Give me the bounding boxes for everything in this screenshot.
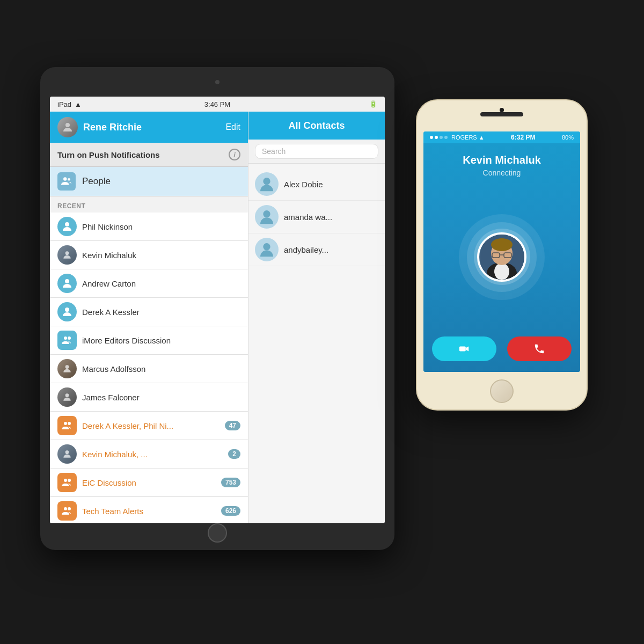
- unread-badge: 753: [221, 478, 240, 487]
- contact-list[interactable]: Phil Nickinson Kevin Michaluk: [50, 213, 248, 523]
- iphone-wifi-icon: ▲: [479, 134, 485, 141]
- list-item[interactable]: Derek A Kessler: [50, 298, 248, 326]
- list-item[interactable]: Phil Nickinson: [50, 213, 248, 241]
- list-item[interactable]: Kevin Michaluk: [50, 241, 248, 269]
- video-button[interactable]: [432, 336, 496, 361]
- contact-name: Andrew Carton: [82, 279, 240, 288]
- svg-point-4: [65, 251, 69, 255]
- person-icon: [62, 363, 72, 374]
- iphone-time: 6:32 PM: [511, 134, 535, 141]
- list-item[interactable]: andybailey...: [248, 233, 385, 266]
- call-avatar-photo: [479, 235, 524, 280]
- svg-point-19: [263, 210, 270, 217]
- group-icon: [61, 504, 74, 517]
- right-pane: All Contacts Search: [248, 112, 385, 523]
- sidebar-header: Rene Ritchie Edit: [50, 112, 248, 143]
- iphone-home-button[interactable]: [490, 379, 514, 403]
- iphone-speaker: [480, 112, 523, 116]
- list-item[interactable]: Alex Dobie: [248, 168, 385, 201]
- person-icon: [62, 449, 72, 459]
- person-icon: [258, 208, 275, 225]
- contact-name: Tech Team Alerts: [82, 507, 216, 516]
- people-icon-svg: [61, 175, 72, 187]
- list-item[interactable]: Marcus Adolfsson: [50, 355, 248, 383]
- signal-dot-2: [435, 136, 438, 139]
- svg-point-25: [491, 238, 513, 251]
- contact-name: iMore Editors Discussion: [82, 336, 240, 345]
- svg-point-6: [65, 308, 69, 312]
- signal-dot-4: [444, 136, 448, 139]
- people-item[interactable]: People: [50, 167, 248, 196]
- svg-point-2: [68, 178, 70, 181]
- contact-name: Marcus Adolfsson: [82, 364, 240, 374]
- hangup-button[interactable]: [507, 336, 572, 361]
- contact-name: Kevin Michaluk, ...: [82, 450, 223, 459]
- list-item[interactable]: EiC Discussion 753: [50, 469, 248, 497]
- list-item[interactable]: James Falconer: [50, 383, 248, 412]
- edit-button[interactable]: Edit: [225, 122, 240, 132]
- avatar: [255, 238, 279, 261]
- list-item[interactable]: Kevin Michaluk, ... 2: [50, 440, 248, 469]
- svg-point-0: [65, 123, 70, 127]
- list-item[interactable]: iMore Editors Discussion: [50, 326, 248, 355]
- info-icon[interactable]: i: [229, 149, 240, 160]
- unread-badge: 47: [225, 421, 240, 430]
- ipad-battery-icon: 🔋: [369, 100, 377, 108]
- ipad-time: 3:46 PM: [204, 100, 230, 108]
- contact-name: Phil Nickinson: [82, 222, 240, 231]
- person-icon: [61, 305, 74, 318]
- avatar: [57, 302, 77, 321]
- svg-point-15: [68, 479, 71, 482]
- avatar: [255, 205, 279, 229]
- svg-point-1: [63, 177, 67, 180]
- hangup-icon: [533, 343, 545, 355]
- search-input[interactable]: Search: [255, 144, 378, 159]
- recent-section: RECENT: [50, 196, 248, 213]
- person-icon: [62, 392, 72, 402]
- avatar: [57, 245, 77, 265]
- avatar: [57, 387, 77, 407]
- call-avatar-container: [459, 214, 545, 300]
- contact-name: EiC Discussion: [82, 478, 216, 487]
- people-label: People: [82, 176, 111, 187]
- list-item[interactable]: Derek A Kessler, Phil Ni... 47: [50, 412, 248, 440]
- video-icon: [458, 343, 470, 355]
- user-name: Rene Ritchie: [83, 122, 142, 133]
- avatar: [57, 359, 77, 378]
- ipad-status-left: iPad ▲: [57, 100, 82, 108]
- svg-point-11: [64, 422, 67, 425]
- avatar: [57, 416, 77, 435]
- call-status: Connecting: [463, 169, 541, 177]
- svg-point-13: [65, 450, 69, 454]
- signal-dot-3: [440, 136, 443, 139]
- iphone-status-bar: ROGERS ▲ 6:32 PM 80%: [423, 131, 580, 143]
- person-icon: [258, 175, 275, 193]
- iphone-camera: [500, 108, 504, 112]
- group-icon: [61, 334, 74, 347]
- person-icon: [61, 121, 74, 134]
- list-item[interactable]: Tech Team Alerts 626: [50, 497, 248, 523]
- call-buttons: [432, 336, 572, 361]
- contact-name: amanda wa...: [284, 213, 332, 222]
- svg-rect-29: [459, 346, 466, 351]
- ipad-screen: iPad ▲ 3:46 PM 🔋: [50, 97, 385, 523]
- info-icon-text: i: [233, 151, 236, 159]
- ipad-home-button[interactable]: [208, 523, 227, 543]
- push-notification-bar[interactable]: Turn on Push Notifications i: [50, 143, 248, 167]
- call-info-top: Kevin Michaluk Connecting: [463, 154, 541, 177]
- group-icon: [61, 476, 74, 489]
- list-item[interactable]: Andrew Carton: [50, 269, 248, 298]
- contact-name: James Falconer: [82, 393, 240, 402]
- list-item[interactable]: amanda wa...: [248, 201, 385, 233]
- call-area: Kevin Michaluk Connecting: [423, 143, 580, 372]
- right-pane-header: All Contacts: [248, 112, 385, 140]
- kevin-photo: [480, 233, 523, 281]
- person-icon: [62, 250, 72, 260]
- unread-badge: 2: [228, 449, 240, 459]
- people-icon: [57, 172, 76, 191]
- signal-dot-1: [430, 136, 433, 139]
- search-bar: Search: [248, 140, 385, 164]
- contact-name: Derek A Kessler: [82, 308, 240, 317]
- all-contacts-title: All Contacts: [288, 120, 345, 131]
- avatar: [57, 473, 77, 492]
